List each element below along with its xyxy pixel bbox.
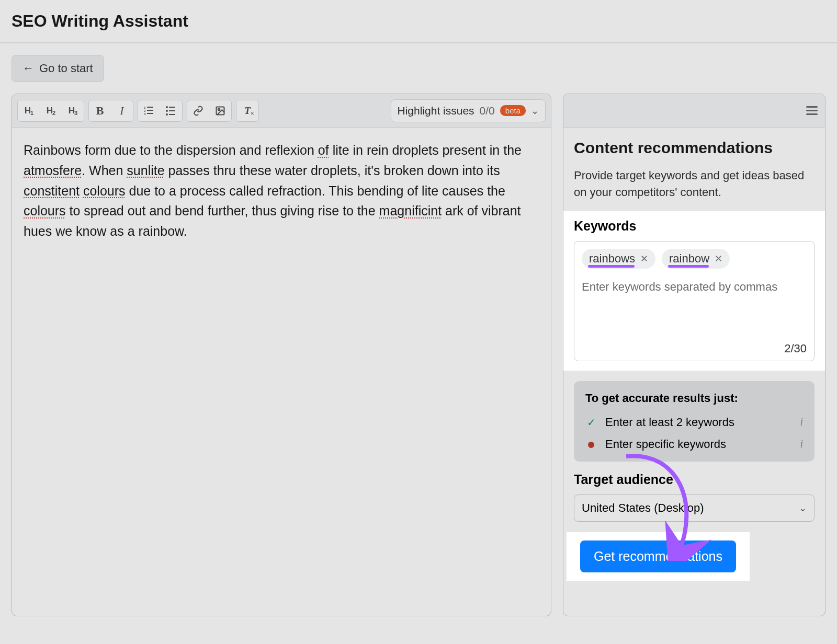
remove-keyword-icon[interactable]: ✕ — [715, 253, 722, 264]
keyword-tags: rainbows✕rainbow✕ — [582, 249, 807, 269]
go-to-start-button[interactable]: ← Go to start — [12, 55, 104, 82]
keywords-label: Keywords — [574, 218, 815, 234]
tip-text: Enter at least 2 keywords — [605, 416, 734, 429]
text-segment: Rainbows form due to the dispersion and … — [24, 143, 318, 157]
text-segment: lite in rein droplets present in the — [329, 143, 522, 157]
link-icon — [193, 106, 203, 116]
svg-rect-1 — [147, 107, 153, 108]
image-button[interactable] — [209, 100, 231, 121]
svg-rect-11 — [169, 114, 175, 115]
editor-panel: H1 H2 H3 B I 1 2 3 — [12, 94, 551, 616]
spelling-error-word: sunlite — [127, 163, 164, 178]
side-header — [563, 94, 825, 128]
spelling-error-word: atmosfere — [24, 163, 82, 178]
spelling-error-word: colours — [24, 203, 66, 218]
text-segment: to spread out and bend further, thus giv… — [66, 203, 379, 218]
unordered-list-icon — [166, 106, 176, 116]
text-segment: passes thru these water droplets, it's b… — [165, 163, 500, 178]
page-header: SEO Writing Assistant — [0, 0, 837, 43]
h1-button[interactable]: H1 — [18, 100, 40, 121]
clear-format-icon: T× — [244, 105, 251, 117]
h2-button[interactable]: H2 — [40, 100, 62, 121]
text-segment — [80, 183, 83, 198]
format-group: B I — [88, 100, 133, 122]
list-group: 1 2 3 — [138, 100, 183, 122]
panels: H1 H2 H3 B I 1 2 3 — [12, 94, 825, 616]
keyword-tag-text: rainbow — [669, 252, 709, 266]
spelling-error-word: of — [318, 143, 329, 157]
content-wrap: ← Go to start H1 H2 H3 B I 1 — [0, 43, 837, 628]
unordered-list-button[interactable] — [160, 100, 182, 121]
chevron-down-icon: ⌄ — [799, 502, 807, 514]
annotation-underline — [588, 265, 635, 268]
svg-rect-3 — [147, 110, 153, 111]
italic-button[interactable]: I — [111, 100, 133, 121]
bold-button[interactable]: B — [89, 100, 111, 121]
tip-row: Enter specific keywordsi — [585, 438, 803, 451]
editor-body[interactable]: Rainbows form due to the dispersion and … — [12, 128, 551, 254]
tips-box: To get accurate results just: ✓Enter at … — [574, 381, 815, 462]
page-title: SEO Writing Assistant — [12, 12, 825, 31]
get-recommendations-button[interactable]: Get recommendations — [580, 540, 736, 572]
svg-point-10 — [166, 113, 168, 116]
keyword-tag: rainbows✕ — [582, 249, 655, 269]
highlight-label: Highlight issues — [398, 105, 474, 117]
svg-rect-9 — [169, 110, 175, 111]
spelling-error-word: constitent — [24, 183, 80, 198]
menu-icon[interactable] — [806, 106, 818, 115]
ordered-list-button[interactable]: 1 2 3 — [138, 100, 160, 121]
info-icon[interactable]: i — [800, 438, 803, 450]
tip-row: ✓Enter at least 2 keywordsi — [585, 416, 803, 429]
side-body: Content recommendations Provide target k… — [563, 128, 825, 594]
side-panel: Content recommendations Provide target k… — [563, 94, 825, 616]
arrow-left-icon: ← — [22, 62, 34, 75]
cta-wrap: Get recommendations — [567, 532, 750, 581]
keyword-tag: rainbow✕ — [662, 249, 730, 269]
text-segment: due to a process called refraction. This… — [126, 183, 505, 198]
chevron-down-icon: ⌄ — [531, 105, 539, 117]
heading-group: H1 H2 H3 — [17, 100, 84, 122]
annotation-underline — [668, 265, 709, 268]
svg-rect-7 — [169, 107, 175, 108]
spelling-error-word: magnificint — [379, 203, 442, 218]
h3-button[interactable]: H3 — [62, 100, 84, 121]
target-label: Target audience — [574, 472, 815, 487]
text-segment: . When — [82, 163, 127, 178]
remove-keyword-icon[interactable]: ✕ — [640, 253, 648, 264]
clear-format-button[interactable]: T× — [236, 100, 258, 121]
keywords-input-box[interactable]: rainbows✕rainbow✕ Enter keywords separat… — [574, 241, 815, 361]
side-title: Content recommendations — [574, 139, 815, 157]
side-desc: Provide target keywords and get ideas ba… — [574, 167, 815, 201]
check-icon: ✓ — [587, 417, 596, 428]
svg-text:3: 3 — [144, 112, 146, 116]
keywords-section: Keywords rainbows✕rainbow✕ Enter keyword… — [563, 211, 825, 371]
keywords-placeholder: Enter keywords separated by commas — [582, 280, 807, 294]
keyword-tag-text: rainbows — [589, 252, 635, 266]
image-icon — [215, 106, 225, 116]
spelling-error-word: colours — [83, 183, 126, 198]
tips-title: To get accurate results just: — [585, 392, 803, 405]
svg-rect-5 — [147, 113, 153, 114]
beta-badge: beta — [500, 105, 526, 116]
tip-text: Enter specific keywords — [605, 438, 726, 451]
link-button[interactable] — [187, 100, 209, 121]
target-audience-select[interactable]: United States (Desktop) ⌄ — [574, 494, 815, 522]
ordered-list-icon: 1 2 3 — [144, 106, 154, 116]
editor-toolbar: H1 H2 H3 B I 1 2 3 — [12, 94, 551, 128]
media-group — [187, 100, 232, 122]
info-icon[interactable]: i — [800, 416, 803, 428]
target-audience-section: Target audience United States (Desktop) … — [574, 472, 815, 522]
highlight-issues-dropdown[interactable]: Highlight issues 0/0 beta ⌄ — [391, 99, 546, 122]
dot-icon — [588, 442, 594, 448]
clear-group: T× — [236, 100, 259, 122]
keywords-counter: 2/30 — [784, 342, 807, 355]
highlight-count: 0/0 — [480, 105, 495, 117]
target-value: United States (Desktop) — [582, 501, 704, 515]
svg-point-13 — [218, 108, 220, 110]
go-to-start-label: Go to start — [39, 62, 93, 75]
svg-point-6 — [166, 106, 168, 108]
svg-point-8 — [166, 110, 168, 112]
